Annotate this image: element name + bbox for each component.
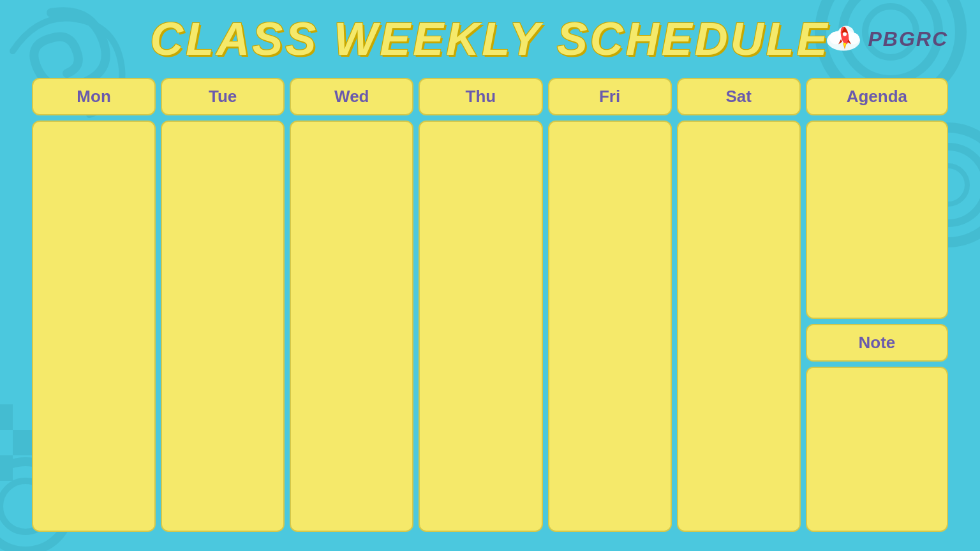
fri-column: Fri	[548, 78, 672, 532]
mon-content[interactable]	[32, 121, 156, 532]
note-content[interactable]	[806, 367, 948, 532]
sat-header: Sat	[677, 78, 801, 115]
wed-column: Wed	[290, 78, 413, 532]
schedule-grid: Mon Tue Wed Thu Fri Sat Ag	[32, 78, 948, 532]
sat-content[interactable]	[677, 121, 801, 532]
tue-column: Tue	[161, 78, 285, 532]
mon-header: Mon	[32, 78, 156, 115]
mon-column: Mon	[32, 78, 156, 532]
tue-content[interactable]	[161, 121, 285, 532]
thu-content[interactable]	[419, 121, 542, 532]
logo-text: PBGRC	[868, 27, 948, 51]
svg-point-21	[843, 33, 847, 36]
header: CLASS WEEKLY SCHEDULE PB	[32, 13, 948, 65]
wed-content[interactable]	[290, 121, 413, 532]
agenda-note-column: Agenda Note	[806, 78, 948, 532]
logo-area: PBGRC	[826, 22, 948, 57]
wed-header: Wed	[290, 78, 413, 115]
tue-header: Tue	[161, 78, 285, 115]
agenda-content[interactable]	[806, 121, 948, 319]
thu-header: Thu	[419, 78, 542, 115]
fri-content[interactable]	[548, 121, 672, 532]
note-header: Note	[806, 324, 948, 362]
thu-column: Thu	[419, 78, 542, 532]
sat-column: Sat	[677, 78, 801, 532]
page-title: CLASS WEEKLY SCHEDULE	[150, 13, 829, 65]
agenda-header: Agenda	[806, 78, 948, 115]
fri-header: Fri	[548, 78, 672, 115]
logo-icon	[826, 22, 864, 57]
